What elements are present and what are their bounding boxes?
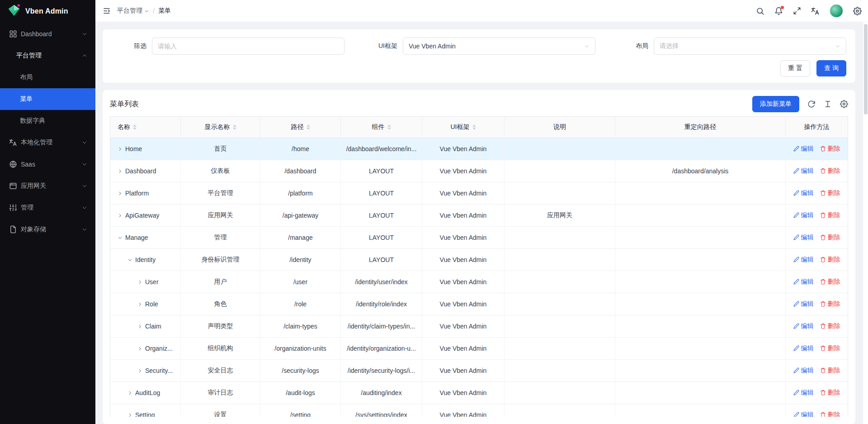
table-row[interactable]: Claim声明类型/claim-types/identity/claim-typ… <box>110 315 848 338</box>
delete-button[interactable]: 删除 <box>820 389 840 397</box>
row-height-icon[interactable] <box>824 100 832 108</box>
header-right <box>756 4 862 18</box>
delete-button[interactable]: 删除 <box>820 278 840 286</box>
column-header[interactable]: UI框架 <box>422 117 505 138</box>
expand-row-icon[interactable] <box>118 213 123 218</box>
filter-select[interactable]: 请选择 <box>654 38 846 55</box>
logo[interactable]: Vben Admin <box>0 0 95 22</box>
edit-button[interactable]: 编辑 <box>793 389 814 397</box>
delete-button[interactable]: 删除 <box>820 411 840 417</box>
sidebar-subitem[interactable]: 布局 <box>0 67 95 88</box>
column-header[interactable]: 名称 <box>110 117 181 138</box>
breadcrumb-item-platform[interactable]: 平台管理 <box>117 7 149 15</box>
notification-bell-icon[interactable] <box>774 7 783 15</box>
page-scrollbar[interactable] <box>863 22 868 424</box>
edit-button[interactable]: 编辑 <box>793 322 814 330</box>
table-row[interactable]: Dashboard仪表板/dashboardLAYOUTVue Vben Adm… <box>110 160 848 182</box>
sort-icon[interactable] <box>387 124 391 130</box>
sort-icon[interactable] <box>472 124 476 130</box>
sidebar-item[interactable]: 平台管理 <box>0 45 95 67</box>
table-row[interactable]: Role角色/role/identity/role/indexVue Vben … <box>110 293 848 315</box>
table-settings-gear-icon[interactable] <box>840 100 848 108</box>
column-header[interactable]: 组件 <box>341 117 422 138</box>
sort-icon[interactable] <box>233 124 236 130</box>
delete-button[interactable]: 删除 <box>820 211 840 219</box>
search-icon[interactable] <box>756 7 764 15</box>
sidebar-item[interactable]: Dashboard <box>0 23 95 45</box>
expand-row-icon[interactable] <box>127 391 132 395</box>
language-icon[interactable] <box>811 7 820 15</box>
edit-button[interactable]: 编辑 <box>793 233 814 242</box>
collapse-row-icon[interactable] <box>118 235 123 240</box>
sidebar-item[interactable]: 本地化管理 <box>0 132 95 153</box>
sidebar-subitem[interactable]: 数据字典 <box>0 110 95 132</box>
column-header[interactable]: 显示名称 <box>181 117 260 138</box>
table-row[interactable]: Platform平台管理/platformLAYOUTVue Vben Admi… <box>110 182 848 205</box>
expand-row-icon[interactable] <box>137 280 142 285</box>
delete-button[interactable]: 删除 <box>820 300 840 308</box>
cell-redirect <box>615 293 786 315</box>
delete-button[interactable]: 删除 <box>820 256 840 264</box>
edit-button[interactable]: 编辑 <box>793 278 814 286</box>
edit-button[interactable]: 编辑 <box>793 367 814 375</box>
expand-row-icon[interactable] <box>137 346 142 351</box>
delete-button[interactable]: 删除 <box>820 189 840 197</box>
collapse-sidebar-icon[interactable] <box>103 7 111 15</box>
fullscreen-icon[interactable] <box>793 7 801 15</box>
delete-button[interactable]: 删除 <box>820 322 840 330</box>
edit-button[interactable]: 编辑 <box>793 256 814 264</box>
sidebar-item[interactable]: 应用网关 <box>0 175 95 197</box>
add-menu-button[interactable]: 添加新菜单 <box>752 96 799 112</box>
table-row[interactable]: Manage管理/manageLAYOUTVue Vben Admin编辑删除 <box>110 227 848 249</box>
scrollbar-thumb[interactable] <box>864 24 868 114</box>
sidebar-item[interactable]: Saas <box>0 153 95 175</box>
delete-button[interactable]: 删除 <box>820 145 840 153</box>
filter-input[interactable] <box>152 38 344 55</box>
row-name: Organiz... <box>145 345 173 352</box>
delete-button[interactable]: 删除 <box>820 167 840 175</box>
cell-redirect <box>615 382 786 404</box>
expand-row-icon[interactable] <box>118 147 123 152</box>
reset-button[interactable]: 重 置 <box>780 60 810 76</box>
edit-button[interactable]: 编辑 <box>793 300 814 308</box>
filter-select[interactable]: Vue Vben Admin <box>403 38 595 55</box>
edit-button[interactable]: 编辑 <box>793 145 814 153</box>
sidebar-subitem[interactable]: 菜单 <box>0 88 95 110</box>
table-row[interactable]: Home首页/home/dashboard/welcome/in...Vue V… <box>110 138 848 160</box>
table-row[interactable]: AuditLog审计日志/audit-logs/auditing/indexVu… <box>110 382 848 404</box>
refresh-icon[interactable] <box>807 100 816 108</box>
expand-row-icon[interactable] <box>137 302 142 307</box>
sidebar-item[interactable]: 管理 <box>0 197 95 219</box>
pencil-icon <box>793 234 799 240</box>
table-row[interactable]: Setting设置/setting/sys/settings/indexVue … <box>110 404 848 417</box>
collapse-row-icon[interactable] <box>127 257 132 262</box>
table-row[interactable]: User用户/user/identity/user/indexVue Vben … <box>110 271 848 293</box>
edit-button[interactable]: 编辑 <box>793 211 814 219</box>
query-button[interactable]: 查 询 <box>816 60 846 76</box>
sidebar-item[interactable]: 对象存储 <box>0 219 95 240</box>
expand-row-icon[interactable] <box>137 324 142 329</box>
delete-button[interactable]: 删除 <box>820 367 840 375</box>
table-row[interactable]: Identity身份标识管理/identityLAYOUTVue Vben Ad… <box>110 249 848 271</box>
delete-button[interactable]: 删除 <box>820 233 840 242</box>
expand-row-icon[interactable] <box>118 191 123 196</box>
cell-description: 应用网关 <box>505 205 615 227</box>
table-row[interactable]: Security...安全日志/security-logs/identity/s… <box>110 360 848 382</box>
trash-icon <box>820 234 826 240</box>
edit-button[interactable]: 编辑 <box>793 411 814 417</box>
expand-row-icon[interactable] <box>118 169 123 174</box>
settings-gear-icon[interactable] <box>853 7 862 15</box>
expand-row-icon[interactable] <box>127 413 132 417</box>
edit-button[interactable]: 编辑 <box>793 189 814 197</box>
edit-button[interactable]: 编辑 <box>793 344 814 353</box>
edit-button[interactable]: 编辑 <box>793 167 814 175</box>
avatar[interactable] <box>830 4 843 18</box>
sort-icon[interactable] <box>307 124 310 130</box>
sort-icon[interactable] <box>133 124 137 130</box>
delete-button[interactable]: 删除 <box>820 344 840 353</box>
table-row[interactable]: ApiGateway应用网关/api-gatewayLAYOUTVue Vben… <box>110 205 848 227</box>
table-row[interactable]: Organiz...组织机构/organization-units/identi… <box>110 338 848 360</box>
column-label: 路径 <box>291 123 304 131</box>
expand-row-icon[interactable] <box>137 368 142 373</box>
column-header[interactable]: 路径 <box>260 117 341 138</box>
